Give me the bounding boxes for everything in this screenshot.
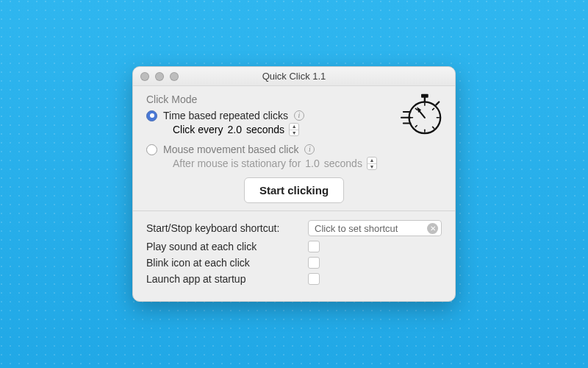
traffic-lights [140,72,179,81]
blink-icon-label: Blink icon at each click [146,257,301,269]
window-content: Click Mode Time based repeated clicks i … [133,86,455,301]
shortcut-label: Start/Stop keyboard shortcut: [146,222,301,234]
shortcut-placeholder: Click to set shortcut [315,223,398,234]
mode-time-label: Time based repeated clicks [163,110,288,121]
window-title: Quick Click 1.1 [133,71,455,82]
shortcut-input[interactable]: Click to set shortcut ✕ [308,220,442,236]
svg-rect-1 [421,94,429,98]
blink-icon-checkbox[interactable] [308,257,320,269]
radio-time[interactable] [146,110,157,121]
radio-movement[interactable] [146,144,157,155]
minimize-icon[interactable] [155,72,164,81]
app-window: Quick Click 1.1 Cl [132,66,456,302]
close-icon[interactable] [140,72,149,81]
play-sound-checkbox[interactable] [308,241,320,252]
launch-startup-row: Launch app at startup [146,273,442,285]
launch-startup-label: Launch app at startup [146,273,301,285]
time-sub-prefix: Click every [173,124,223,135]
time-stepper[interactable]: ▲▼ [289,123,299,136]
titlebar[interactable]: Quick Click 1.1 [133,67,455,86]
movement-sub-prefix: After mouse is stationary for [173,158,301,169]
movement-unit: seconds [324,158,362,169]
blink-icon-row: Blink icon at each click [146,257,442,269]
play-sound-row: Play sound at each click [146,241,442,252]
clear-shortcut-icon[interactable]: ✕ [427,223,438,234]
movement-value: 1.0 [305,158,319,169]
section-label: Click Mode [146,93,442,105]
info-icon[interactable]: i [304,144,315,155]
play-sound-label: Play sound at each click [146,241,301,252]
zoom-icon[interactable] [170,72,179,81]
stopwatch-icon [399,91,445,136]
movement-stepper[interactable]: ▲▼ [367,157,377,170]
mode-movement-label: Mouse movement based click [163,144,298,155]
time-value: 2.0 [227,124,241,135]
mode-movement-row[interactable]: Mouse movement based click i [146,144,442,155]
shortcut-row: Start/Stop keyboard shortcut: Click to s… [146,220,442,236]
time-unit: seconds [246,124,284,135]
launch-startup-checkbox[interactable] [308,273,320,285]
divider [133,210,455,211]
start-clicking-button[interactable]: Start clicking [244,177,344,203]
mode-movement-subrow: After mouse is stationary for 1.0 second… [173,157,442,170]
mode-time-row[interactable]: Time based repeated clicks i [146,110,442,121]
info-icon[interactable]: i [294,110,304,121]
